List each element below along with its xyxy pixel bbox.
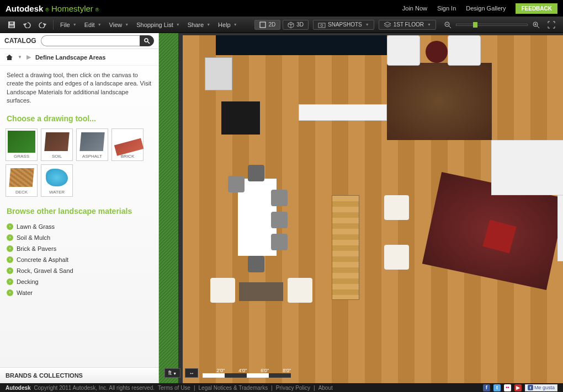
scale-bar xyxy=(203,373,291,378)
redo-button[interactable] xyxy=(35,19,50,30)
main-toolbar: File▼ Edit▼ View▼ Shopping List▼ Share▼ … xyxy=(0,17,563,33)
sign-in-link[interactable]: Sign In xyxy=(437,5,456,12)
zoom-in-icon xyxy=(532,21,540,29)
save-icon xyxy=(8,21,15,29)
app-footer: Autodesk Copyright 2011 Autodesk, Inc. A… xyxy=(0,383,563,392)
breadcrumb: ▼ ▶ Define Landscape Areas xyxy=(0,49,158,66)
svg-rect-1 xyxy=(9,25,14,28)
catalog-sidebar: CATALOG ▼ ▶ Define Landscape Areas Selec… xyxy=(0,33,159,383)
tool-soil[interactable]: SOIL xyxy=(41,128,73,161)
tool-water[interactable]: WATER xyxy=(41,164,73,197)
choose-tool-heading: Choose a drawing tool... xyxy=(0,111,158,126)
bullet-icon: › xyxy=(7,267,13,274)
footer-brand: Autodesk xyxy=(6,385,31,391)
zoom-in-button[interactable] xyxy=(529,19,543,31)
brands-collections-bar[interactable]: BRANDS & COLLECTIONS xyxy=(0,367,158,383)
save-button[interactable] xyxy=(4,19,19,31)
material-link[interactable]: ›Water xyxy=(7,287,152,298)
svg-rect-4 xyxy=(318,23,325,28)
redo-icon xyxy=(39,22,46,28)
material-link[interactable]: ›Concrete & Asphalt xyxy=(7,254,152,265)
view-2d-button[interactable]: 2D xyxy=(254,20,280,30)
bullet-icon: › xyxy=(7,278,13,285)
flickr-icon[interactable]: •• xyxy=(504,384,511,391)
tool-deck[interactable]: DECK xyxy=(6,164,38,197)
camera-icon xyxy=(318,22,326,28)
unit-toggle[interactable]: ft ▼ xyxy=(164,368,180,378)
view-3d-button[interactable]: 3D xyxy=(283,20,309,30)
copyright-text: Copyright 2011 Autodesk, Inc. All rights… xyxy=(34,385,155,391)
plan-icon xyxy=(259,22,266,28)
search-button[interactable] xyxy=(140,35,154,46)
bullet-icon: › xyxy=(7,245,13,252)
terms-link[interactable]: Terms of Use xyxy=(158,385,190,391)
home-icon[interactable] xyxy=(6,54,13,61)
drawing-tool-grid: GRASSSOILASPHALTBRICKDECKWATER xyxy=(0,126,158,203)
zoom-handle[interactable] xyxy=(473,22,477,28)
svg-point-5 xyxy=(321,24,323,26)
fullscreen-icon xyxy=(548,21,555,29)
material-link[interactable]: ›Decking xyxy=(7,276,152,287)
search-icon xyxy=(144,37,150,44)
catalog-title: CATALOG xyxy=(4,37,36,45)
brand-logo: Autodesk® Homestyler® xyxy=(6,4,99,13)
chevron-right-icon: ▶ xyxy=(26,53,31,61)
privacy-link[interactable]: Privacy Policy xyxy=(276,385,310,391)
material-link[interactable]: ›Soil & Mulch xyxy=(7,232,152,243)
brand-autodesk: Autodesk xyxy=(6,4,43,13)
measure-button[interactable]: ↔ xyxy=(185,368,198,378)
svg-rect-2 xyxy=(10,22,13,24)
floor-selector[interactable]: 1ST FLOOR▼ xyxy=(379,20,436,30)
svg-rect-3 xyxy=(260,22,265,28)
tool-grass[interactable]: GRASS xyxy=(6,128,38,161)
layers-icon xyxy=(384,22,391,28)
app-header: Autodesk® Homestyler® Join Now Sign In D… xyxy=(0,0,563,17)
snapshots-button[interactable]: SNAPSHOTS▼ xyxy=(313,20,374,30)
youtube-icon[interactable]: ▶ xyxy=(514,384,522,391)
ruler-bar: ft ▼ ↔ 2'0" 4'0" 6'0" 8'0" xyxy=(164,368,291,378)
zoom-out-button[interactable] xyxy=(440,19,455,31)
facebook-icon[interactable]: f xyxy=(483,384,490,391)
about-link[interactable]: About xyxy=(318,385,333,391)
svg-line-10 xyxy=(537,26,539,28)
share-menu[interactable]: Share▼ xyxy=(184,19,214,30)
brand-homestyler: Homestyler xyxy=(51,4,93,13)
browse-materials-heading: Browse other landscape materials xyxy=(0,203,158,219)
edit-menu[interactable]: Edit▼ xyxy=(81,19,105,30)
file-menu[interactable]: File▼ xyxy=(57,19,80,30)
zoom-slider[interactable] xyxy=(456,24,528,26)
bullet-icon: › xyxy=(7,223,13,230)
bullet-icon: › xyxy=(7,289,13,296)
twitter-icon[interactable]: t xyxy=(493,384,501,391)
material-list: ›Lawn & Grass›Soil & Mulch›Brick & Paver… xyxy=(0,219,158,305)
bullet-icon: › xyxy=(7,234,13,241)
material-link[interactable]: ›Brick & Pavers xyxy=(7,243,152,254)
instructions-text: Select a drawing tool, then click on the… xyxy=(0,66,158,111)
tool-asphalt[interactable]: ASPHALT xyxy=(76,128,108,161)
tool-brick[interactable]: BRICK xyxy=(111,128,144,161)
svg-line-14 xyxy=(148,42,150,44)
help-menu[interactable]: Help▼ xyxy=(215,19,241,30)
material-link[interactable]: ›Rock, Gravel & Sand xyxy=(7,265,152,276)
breadcrumb-current: Define Landscape Areas xyxy=(35,54,105,61)
material-link[interactable]: ›Lawn & Grass xyxy=(7,221,152,232)
design-canvas[interactable]: ft ▼ ↔ 2'0" 4'0" 6'0" 8'0" xyxy=(159,33,563,383)
facebook-like-button[interactable]: fMe gusta xyxy=(525,384,557,391)
svg-line-7 xyxy=(449,26,451,28)
feedback-button[interactable]: FEEDBACK xyxy=(516,3,557,14)
shopping-list-menu[interactable]: Shopping List▼ xyxy=(133,19,183,30)
design-gallery-link[interactable]: Design Gallery xyxy=(466,5,506,12)
join-now-link[interactable]: Join Now xyxy=(402,5,427,12)
legal-link[interactable]: Legal Notices & Trademarks xyxy=(199,385,268,391)
svg-point-13 xyxy=(145,39,148,42)
fullscreen-button[interactable] xyxy=(544,19,559,31)
header-links: Join Now Sign In Design Gallery FEEDBACK xyxy=(402,3,557,14)
zoom-out-icon xyxy=(444,21,452,29)
cube-icon xyxy=(288,22,294,28)
catalog-search-input[interactable] xyxy=(41,35,140,46)
view-menu[interactable]: View▼ xyxy=(106,19,132,30)
bullet-icon: › xyxy=(7,256,13,263)
undo-button[interactable] xyxy=(20,19,34,30)
undo-icon xyxy=(23,22,31,28)
